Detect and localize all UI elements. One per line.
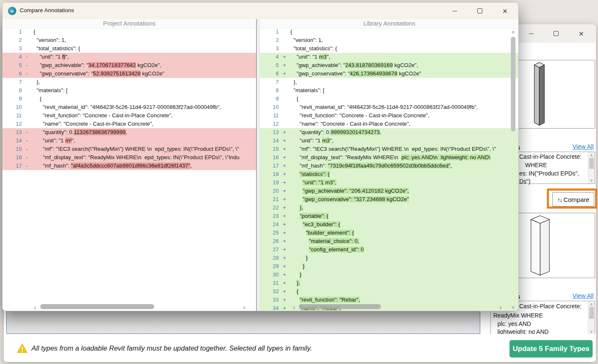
scroll-down-icon[interactable]: ∨ <box>510 305 516 310</box>
line-number: 5 <box>259 61 283 70</box>
code-text: "mf_hash": "af4a3c5ddccc607ab9801df86c36… <box>34 162 256 170</box>
line-number: 3 <box>3 44 26 53</box>
view-all-link-1[interactable]: View All <box>572 143 594 150</box>
diff-marker <box>26 28 34 36</box>
line-number: 33 <box>259 296 283 304</box>
code-text: "revit_material_id": "4f46423f-5c26-11d4… <box>34 103 256 111</box>
line-number: 15 <box>3 145 26 153</box>
diff-marker: + <box>283 220 290 229</box>
line-number: 28 <box>259 254 283 262</box>
app-close-button[interactable]: ✕ <box>573 27 590 40</box>
line-number: 2 <box>3 36 26 44</box>
diff-marker <box>26 78 34 86</box>
line-number: 8 <box>259 86 283 95</box>
diff-marker: + <box>283 212 290 220</box>
dialog-titlebar[interactable]: tc Compare Annotations ✕ <box>3 3 518 19</box>
diff-line: 18+ "statistics": { <box>259 170 519 178</box>
diff-line: 4+ "unit": "1 m3", <box>259 53 519 61</box>
column-3d-wireframe-icon <box>529 215 551 276</box>
diff-line: 2 "version": 1, <box>3 36 256 44</box>
code-text: { <box>290 28 519 36</box>
diff-marker: - <box>26 137 34 145</box>
app-logo-icon: tc <box>8 7 16 15</box>
right-vscroll-thumb[interactable] <box>511 37 515 132</box>
close-icon: ✕ <box>579 31 584 37</box>
diff-marker <box>283 28 290 36</box>
update-family-types-button[interactable]: Update 5 Family Types <box>510 340 593 357</box>
compare-button[interactable]: ↑↓ Compare <box>552 192 594 207</box>
right-hscroll-thumb[interactable] <box>299 304 381 309</box>
line-number: 25 <box>259 229 283 237</box>
code-text: "mf_display_text": "ReadyMix WHERE\n epd… <box>34 153 256 162</box>
code-text: }, <box>290 204 519 212</box>
code-text: "revit_function": "Concrete - Cast-in-Pl… <box>34 111 256 120</box>
diff-marker <box>283 86 290 95</box>
diff-marker: + <box>283 178 290 187</box>
diff-marker <box>26 44 34 53</box>
diff-marker <box>283 36 290 44</box>
diff-line: 8 "materials": [ <box>259 86 519 95</box>
code-text: "statistics": { <box>290 170 519 178</box>
diff-line: 12 "name": "Concrete - Cast-in-Place Con… <box>3 120 256 128</box>
diff-marker: - <box>26 145 34 153</box>
diff-line: 16- "mf_display_text": "ReadyMix WHERE\n… <box>3 153 256 162</box>
scrollbar-thumb[interactable] <box>589 158 594 169</box>
diff-marker: + <box>283 195 290 204</box>
code-text: "unit": "1 m3", <box>290 53 519 61</box>
scrollbar-thumb[interactable] <box>589 307 594 319</box>
diff-line: 11 "revit_function": "Concrete - Cast-in… <box>3 111 256 120</box>
scroll-up-icon[interactable]: ∧ <box>510 29 516 35</box>
code-text: "total_statistics": { <box>34 44 256 53</box>
line-number: 27 <box>259 245 283 254</box>
dialog-minimize-button[interactable] <box>446 5 463 17</box>
factors-box-2-scrollbar[interactable]: ∧ ∨ <box>588 301 595 335</box>
scroll-up-icon[interactable]: ∧ <box>588 153 595 157</box>
right-vscroll[interactable]: ∧ ∨ <box>510 28 516 311</box>
line-number: 14 <box>3 137 26 145</box>
scroll-down-icon[interactable]: ∨ <box>588 178 595 183</box>
column-3d-shaded-icon <box>532 62 547 126</box>
diff-line: 1{ <box>3 28 256 36</box>
diff-marker: + <box>283 262 290 271</box>
diff-line: 30+ } <box>259 271 519 279</box>
code-text: }, <box>34 78 256 86</box>
left-pane-title: Project Annotations <box>3 20 256 27</box>
line-number: 12 <box>259 120 283 128</box>
hscroll-left-icon[interactable]: ‹ <box>34 304 36 311</box>
hscroll-left-icon[interactable]: ‹ <box>293 304 295 311</box>
library-annotations-pane[interactable]: 1{2 "version": 1,3 "total_statistics": {… <box>259 28 519 311</box>
pane-header-band: Project Annotations Library Annotations <box>3 19 518 28</box>
diff-line: 8 "materials": [ <box>3 86 256 95</box>
dialog-maximize-button[interactable] <box>471 5 488 17</box>
line-number: 10 <box>259 103 283 111</box>
diff-marker: + <box>283 170 290 178</box>
diff-line: 13- "quantity": 0.11326738636799999, <box>3 128 256 137</box>
code-text: "name": "Concrete - Cast-in-Place Concre… <box>34 120 256 128</box>
factors-text-line: es: IN("Product EPDs", <box>519 170 579 177</box>
warning-text: All types from a loadable Revit family m… <box>31 344 312 352</box>
diff-marker: - <box>26 162 34 170</box>
app-minimize-button[interactable] <box>523 27 539 40</box>
diff-marker: + <box>283 128 290 137</box>
code-text: "gwp_conservative": "327.234688 kgCO2e" <box>290 195 519 204</box>
dialog-close-button[interactable]: ✕ <box>497 5 513 17</box>
code-text: "version": 1, <box>290 36 519 44</box>
factors-box-1-scrollbar[interactable]: ∧ ∨ <box>588 152 595 183</box>
hscroll-right-icon[interactable]: › <box>500 304 502 311</box>
project-annotations-pane[interactable]: 1{2 "version": 1,3 "total_statistics": {… <box>3 28 256 311</box>
hscroll-right-icon[interactable]: › <box>243 304 246 311</box>
diff-marker <box>283 44 290 53</box>
scroll-down-icon[interactable]: ∨ <box>588 329 595 334</box>
view-all-link-2[interactable]: View All <box>572 292 594 299</box>
scroll-up-icon[interactable]: ∧ <box>588 302 595 307</box>
line-number: 32 <box>259 287 283 296</box>
app-maximize-button[interactable] <box>548 27 564 40</box>
line-number: 15 <box>259 145 283 153</box>
left-hscroll-thumb[interactable] <box>40 304 154 309</box>
code-text: "mf_hash": "7319c94f18faa49c79d0c659502d… <box>290 162 519 170</box>
compare-annotations-dialog: tc Compare Annotations ✕ Project Annotat… <box>2 2 519 311</box>
code-text: "material_choice": 0, <box>290 237 519 245</box>
diff-line: 9 { <box>259 95 519 103</box>
diff-marker: + <box>283 53 290 61</box>
close-icon: ✕ <box>502 8 508 14</box>
